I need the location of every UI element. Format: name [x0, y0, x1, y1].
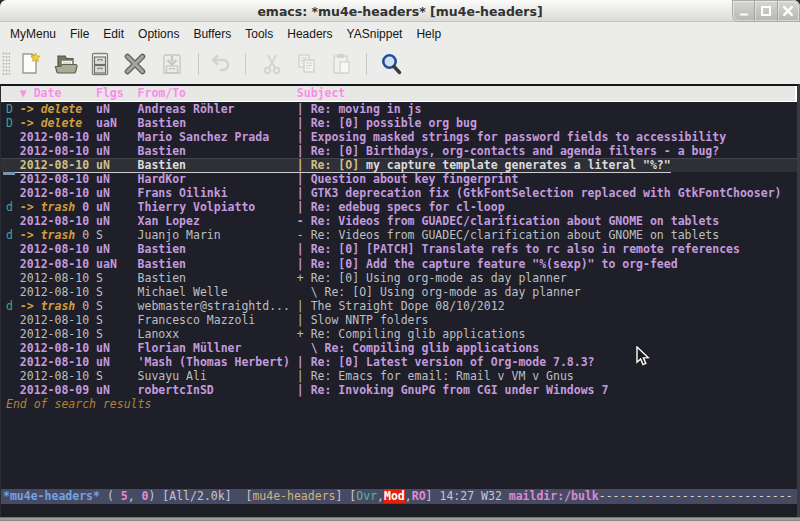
header-row[interactable]: 2012-08-10 S Michael Welle \ Re: [O] Usi…	[1, 285, 797, 299]
row-date: 2012-08-10	[20, 355, 96, 369]
modeline-separator: ,	[128, 489, 142, 503]
new-file-icon[interactable]	[17, 51, 43, 77]
header-row[interactable]: D -> delete uaN Bastien | Re: [0] possib…	[1, 116, 797, 130]
modeline-separator	[100, 489, 107, 503]
close-button[interactable]	[777, 1, 799, 21]
titlebar[interactable]: emacs: *mu4e-headers* [mu4e-headers]	[0, 0, 800, 22]
row-from: HardKor	[138, 172, 297, 186]
row-mark-arrow: ->	[20, 299, 41, 313]
new-file-icon-svg	[17, 51, 43, 77]
row-subject: | Re: moving in js	[297, 102, 422, 116]
header-row[interactable]: d -> trash 0 S webmaster@straightd... | …	[1, 299, 797, 313]
toolbar-separator	[366, 53, 367, 75]
row-mark	[6, 313, 20, 327]
row-subject: | Re: [0] [PATCH] Translate refs to rc a…	[297, 242, 740, 256]
header-row[interactable]: 2012-08-10 uN Florian Müllner \ Re: Comp…	[1, 341, 797, 355]
close-buffer-icon-svg	[122, 51, 148, 77]
close-buffer-icon[interactable]	[122, 51, 148, 77]
modeline-separator	[502, 489, 509, 503]
menu-file[interactable]: File	[70, 27, 89, 41]
row-date: 0	[75, 299, 96, 313]
save-icon	[159, 51, 185, 77]
header-row[interactable]: 2012-08-10 uaN Bastien | Re: [0] Add the…	[1, 257, 797, 271]
open-folder-icon[interactable]	[53, 51, 79, 77]
toolbar-drag-handle[interactable]	[2, 52, 10, 76]
menu-headers[interactable]: Headers	[287, 27, 332, 41]
open-folder-icon-svg	[53, 51, 79, 77]
row-from: Florian Müllner	[138, 341, 297, 355]
header-row[interactable]: 2012-08-09 uN robertcInSD | Re: Invoking…	[1, 383, 797, 397]
header-row[interactable]: d -> trash 0 S Juanjo Marin - Re: Videos…	[1, 228, 797, 242]
modeline-separator: ]	[426, 489, 433, 503]
modeline-position-number: 5	[121, 489, 128, 503]
row-subject: | Re: [0] Add the capture feature "%(sex…	[297, 257, 678, 271]
row-mark-target: trash	[41, 228, 76, 242]
header-row[interactable]: 2012-08-10 S Lanoxx + Re: Compiling glib…	[1, 327, 797, 341]
header-row[interactable]: 2012-08-10 uN Bastien | Re: [0] Birthday…	[1, 144, 797, 158]
modeline-separator: ,	[405, 489, 412, 503]
header-row[interactable]: 2012-08-10 uN Bastien | Re: [O] my captu…	[1, 158, 797, 172]
menu-buffers[interactable]: Buffers	[193, 27, 231, 41]
row-mark: d	[6, 228, 20, 242]
row-date: 2012-08-10	[20, 214, 96, 228]
menu-help[interactable]: Help	[416, 27, 441, 41]
row-from: robertcInSD	[138, 383, 297, 397]
header-row[interactable]: d -> trash 0 uN Thierry Volpiatto | Re: …	[1, 200, 797, 214]
row-subject: | Question about key fingerprint	[297, 172, 519, 186]
header-row[interactable]: 2012-08-10 uN HardKor | Question about k…	[1, 172, 797, 186]
header-row[interactable]: D -> delete uN Andreas Röhler | Re: movi…	[1, 102, 797, 116]
row-date: 2012-08-10	[20, 130, 96, 144]
header-row[interactable]: 2012-08-10 S Bastien + Re: [0] Using org…	[1, 271, 797, 285]
search-icon-svg	[378, 51, 404, 77]
header-row[interactable]: 2012-08-10 uN Bastien | Re: [0] [PATCH] …	[1, 242, 797, 256]
header-row[interactable]: 2012-08-10 uN Frans Oilinki | GTK3 depre…	[1, 186, 797, 200]
header-row[interactable]: 2012-08-10 uN Xan Lopez - Re: Videos fro…	[1, 214, 797, 228]
row-subject: | GTK3 deprecation fix (GtkFontSelection…	[297, 186, 782, 200]
row-mark-arrow: ->	[20, 228, 41, 242]
row-from: Bastien	[138, 271, 297, 285]
search-icon[interactable]	[378, 51, 404, 77]
menu-edit[interactable]: Edit	[103, 27, 124, 41]
file-cabinet-icon[interactable]	[87, 51, 113, 77]
header-row[interactable]: 2012-08-10 uN 'Mash (Thomas Herbert) | R…	[1, 355, 797, 369]
modeline-readonly: RO	[412, 489, 426, 503]
modeline-buffer-name: *mu4e-headers*	[3, 489, 100, 503]
header-row[interactable]: 2012-08-10 S Francesco Mazzoli | Slow NN…	[1, 313, 797, 327]
headers-list: D -> delete uN Andreas Röhler | Re: movi…	[1, 102, 797, 411]
row-mark-arrow: ->	[20, 200, 41, 214]
row-flags: uN	[96, 158, 138, 172]
row-subject: \ Re: [O] Using org-mode as day planner	[297, 285, 581, 299]
headers-column-titles: ▼ Date Flgs From/To Subject	[1, 86, 797, 102]
emacs-window: emacs: *mu4e-headers* [mu4e-headers] MyM…	[0, 0, 800, 521]
modeline-major-mode: mu4e-headers	[252, 489, 335, 503]
menu-mymenu[interactable]: MyMenu	[10, 27, 56, 41]
row-date: 2012-08-10	[20, 242, 96, 256]
row-subject: | Re: edebug specs for cl-loop	[297, 200, 505, 214]
minibuffer[interactable]	[1, 504, 797, 518]
row-date: 2012-08-10	[20, 144, 96, 158]
row-date	[82, 116, 96, 130]
buffer-area[interactable]: ▼ Date Flgs From/To Subject D -> delete …	[0, 84, 800, 517]
header-row[interactable]: 2012-08-10 uN Mario Sanchez Prada | Expo…	[1, 130, 797, 144]
toolbar-separator	[198, 53, 199, 75]
row-subject-tail: my capture template generates a literal …	[366, 158, 671, 172]
end-of-search-results: End of search results	[1, 397, 797, 411]
row-flags: S	[96, 369, 138, 383]
close-icon	[782, 5, 794, 17]
row-from: Frans Oilinki	[138, 186, 297, 200]
mouse-cursor	[636, 346, 652, 368]
row-from: 'Mash (Thomas Herbert)	[138, 355, 297, 369]
header-row[interactable]: 2012-08-10 S Suvayu Ali | Re: Emacs for …	[1, 369, 797, 383]
menu-tools[interactable]: Tools	[245, 27, 273, 41]
row-subject: | Slow NNTP folders	[297, 313, 429, 327]
row-mark	[6, 369, 20, 383]
maximize-button[interactable]	[754, 1, 776, 21]
row-flags: S	[96, 228, 138, 242]
row-date: 2012-08-10	[20, 158, 96, 172]
row-flags: S	[96, 299, 138, 313]
window-bottom-border	[0, 517, 800, 521]
menu-options[interactable]: Options	[138, 27, 179, 41]
toolbar	[0, 45, 800, 84]
menu-yasnippet[interactable]: YASnippet	[347, 27, 403, 41]
minimize-button[interactable]	[733, 1, 754, 21]
